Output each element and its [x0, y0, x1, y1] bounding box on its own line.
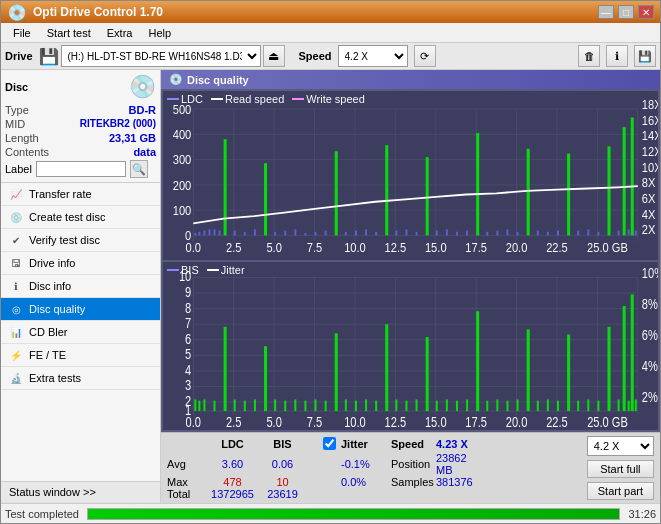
svg-rect-152 — [527, 329, 530, 411]
svg-rect-53 — [506, 229, 508, 235]
quality-panel-icon: 💿 — [169, 73, 183, 86]
menu-extra[interactable]: Extra — [99, 25, 141, 41]
svg-rect-164 — [631, 294, 634, 411]
bottom-stats: LDC BIS Jitter Speed 4.23 X Avg 3.60 0.0… — [161, 432, 660, 503]
svg-rect-44 — [416, 232, 418, 236]
speed-mini-select[interactable]: 4.2 X — [587, 436, 654, 456]
svg-text:12X: 12X — [642, 144, 658, 159]
sidebar-item-cd-bler[interactable]: 📊 CD Bler — [1, 321, 160, 344]
disc-label-input[interactable] — [36, 161, 126, 177]
sidebar-item-drive-info[interactable]: 🖫 Drive info — [1, 252, 160, 275]
svg-rect-125 — [254, 399, 256, 411]
drive-toolbar: Drive 💾 (H:) HL-DT-ST BD-RE WH16NS48 1.D… — [1, 43, 660, 70]
write-speed-legend-color — [292, 98, 304, 100]
svg-rect-119 — [198, 400, 200, 410]
svg-rect-149 — [496, 399, 498, 411]
sidebar-item-disc-quality[interactable]: ◎ Disc quality — [1, 298, 160, 321]
svg-rect-138 — [385, 324, 388, 411]
svg-rect-60 — [577, 231, 579, 236]
svg-rect-19 — [194, 233, 196, 235]
sidebar-item-fe-te[interactable]: ⚡ FE / TE — [1, 344, 160, 367]
svg-rect-20 — [198, 232, 200, 236]
nav-extra-tests-label: Extra tests — [29, 372, 81, 384]
svg-rect-127 — [274, 399, 276, 411]
start-part-button[interactable]: Start part — [587, 482, 654, 500]
start-full-button[interactable]: Start full — [587, 460, 654, 478]
svg-rect-128 — [284, 400, 286, 410]
menubar: File Start test Extra Help — [1, 23, 660, 43]
svg-rect-25 — [224, 139, 227, 235]
transfer-rate-icon: 📈 — [9, 187, 23, 201]
svg-rect-23 — [214, 229, 216, 235]
svg-rect-163 — [628, 400, 630, 410]
svg-rect-133 — [335, 333, 338, 411]
avg-label: Avg — [167, 452, 205, 476]
minimize-button[interactable]: — — [598, 5, 614, 19]
disc-contents-value: data — [133, 146, 156, 158]
maximize-button[interactable]: □ — [618, 5, 634, 19]
sidebar-item-create-test-disc[interactable]: 💿 Create test disc — [1, 206, 160, 229]
samples-label: Samples — [391, 476, 436, 488]
menu-file[interactable]: File — [5, 25, 39, 41]
disc-label-label: Label — [5, 163, 32, 175]
disc-type-row: Type BD-R — [5, 104, 156, 116]
svg-rect-35 — [325, 231, 327, 236]
svg-text:6%: 6% — [642, 326, 658, 343]
svg-rect-124 — [244, 400, 246, 410]
svg-rect-33 — [304, 233, 306, 235]
position-label: Position — [391, 452, 436, 476]
erase-btn[interactable]: 🗑 — [578, 45, 600, 67]
info-btn[interactable]: ℹ — [606, 45, 628, 67]
ldc-legend-color — [167, 98, 179, 100]
eject-button[interactable]: ⏏ — [263, 45, 285, 67]
sidebar-item-extra-tests[interactable]: 🔬 Extra tests — [1, 367, 160, 390]
svg-text:200: 200 — [173, 178, 192, 193]
svg-rect-157 — [577, 400, 579, 410]
svg-rect-50 — [476, 133, 479, 235]
svg-text:7.5: 7.5 — [307, 413, 322, 430]
svg-rect-130 — [304, 400, 306, 410]
svg-rect-154 — [547, 399, 549, 411]
max-jitter: 0.0% — [341, 476, 391, 488]
menu-help[interactable]: Help — [140, 25, 179, 41]
label-edit-button[interactable]: 🔍 — [130, 160, 148, 178]
svg-rect-141 — [416, 399, 418, 411]
progress-fill — [88, 509, 619, 519]
svg-rect-32 — [294, 229, 296, 235]
menu-start-test[interactable]: Start test — [39, 25, 99, 41]
svg-text:8: 8 — [185, 299, 191, 316]
svg-rect-120 — [203, 399, 205, 411]
close-button[interactable]: ✕ — [638, 5, 654, 19]
svg-text:100: 100 — [173, 203, 192, 218]
sidebar-item-verify-test-disc[interactable]: ✔ Verify test disc — [1, 229, 160, 252]
svg-rect-61 — [587, 229, 589, 235]
max-bis: 10 — [260, 476, 305, 488]
speed-btn[interactable]: ⟳ — [414, 45, 436, 67]
drive-select[interactable]: (H:) HL-DT-ST BD-RE WH16NS48 1.D3 — [61, 45, 261, 67]
speed-select[interactable]: 4.2 X — [338, 45, 408, 67]
chart2-svg: 10 9 8 7 6 5 4 3 2 1 10% 8% 6% — [163, 262, 658, 431]
svg-rect-43 — [405, 229, 407, 235]
verify-test-icon: ✔ — [9, 233, 23, 247]
max-ldc: 478 — [205, 476, 260, 488]
chart-bis: BIS Jitter — [163, 262, 658, 431]
disc-mid-value: RITEKBR2 (000) — [80, 118, 156, 130]
svg-rect-165 — [635, 399, 637, 411]
status-time: 31:26 — [628, 508, 656, 520]
svg-text:7.5: 7.5 — [307, 240, 323, 255]
status-window-button[interactable]: Status window >> — [1, 481, 160, 503]
jitter-checkbox[interactable] — [323, 437, 336, 450]
svg-text:2.5: 2.5 — [226, 413, 241, 430]
svg-rect-47 — [446, 229, 448, 235]
nav-list: 📈 Transfer rate 💿 Create test disc ✔ Ver… — [1, 183, 160, 481]
svg-text:400: 400 — [173, 127, 192, 142]
sidebar-item-disc-info[interactable]: ℹ Disc info — [1, 275, 160, 298]
save-btn[interactable]: 💾 — [634, 45, 656, 67]
svg-rect-123 — [234, 399, 236, 411]
svg-rect-40 — [375, 232, 377, 236]
svg-rect-139 — [395, 399, 397, 411]
status-window-label: Status window >> — [9, 486, 96, 498]
svg-rect-134 — [345, 399, 347, 411]
sidebar-item-transfer-rate[interactable]: 📈 Transfer rate — [1, 183, 160, 206]
total-ldc: 1372965 — [205, 488, 260, 500]
